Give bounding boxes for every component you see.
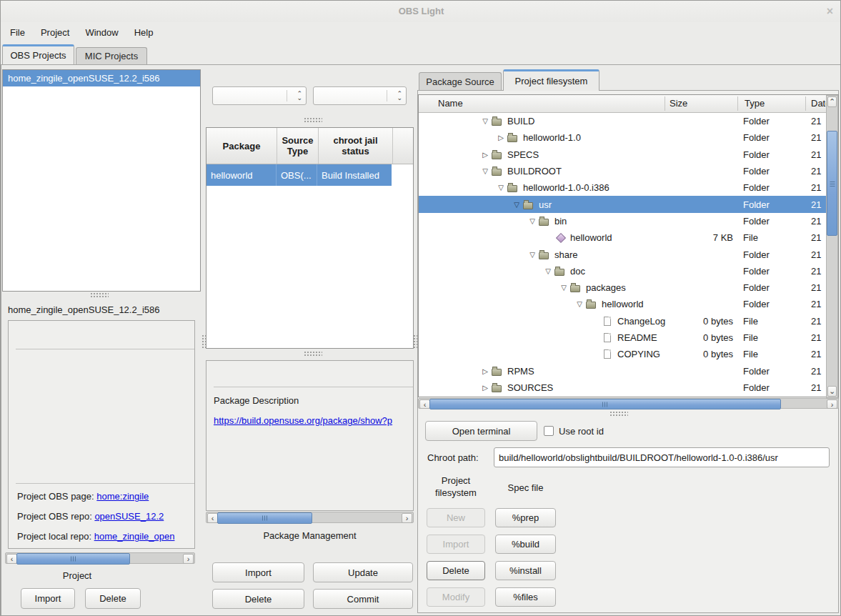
expanded-arrow-icon[interactable]: ▽ (573, 300, 586, 308)
menu-file[interactable]: File (2, 24, 33, 41)
column-separator[interactable] (805, 96, 806, 111)
tree-row[interactable]: ▽helloworld-1.0-0.i386Folder21 (419, 179, 827, 196)
obs-page-link[interactable]: home:zingile (96, 491, 149, 502)
column-separator[interactable] (737, 96, 738, 111)
tree-row[interactable]: ▷SPECSFolder21 (419, 146, 827, 163)
collapsed-arrow-icon[interactable]: ▷ (479, 367, 492, 375)
package-description-link[interactable]: https://build.opensuse.org/package/show?… (214, 415, 413, 426)
column-separator[interactable] (665, 96, 665, 111)
tab-package-source[interactable]: Package Source (419, 72, 502, 91)
scroll-left-icon[interactable]: ‹ (6, 554, 17, 564)
tab-obs-projects[interactable]: OBS Projects (2, 44, 74, 64)
tree-row[interactable]: ▽usrFolder21 (419, 196, 827, 212)
cell-package[interactable]: helloworld (206, 164, 277, 186)
tree-row[interactable]: ▽binFolder21 (419, 213, 827, 229)
spinner-icons[interactable]: ⌃ ⌄ (397, 88, 402, 104)
tree-row[interactable]: ChangeLog0 bytesFile21 (419, 313, 827, 329)
collapsed-arrow-icon[interactable]: ▷ (479, 151, 492, 159)
spec-files-button[interactable]: %files (495, 587, 556, 607)
package-delete-button[interactable]: Delete (212, 589, 304, 609)
close-icon[interactable]: × (827, 5, 833, 18)
tree-row[interactable]: README0 bytesFile21 (419, 329, 827, 346)
project-delete-button[interactable]: Delete (85, 588, 141, 609)
scrollbar-thumb[interactable] (217, 512, 312, 524)
package-filter-combo[interactable]: ⌃ ⌄ (212, 86, 307, 105)
tree-row[interactable]: ▽BUILDFolder21 (419, 113, 827, 129)
tree-row[interactable]: helloworld7 KBFile21 (419, 229, 827, 246)
scroll-left-icon[interactable]: ‹ (419, 399, 430, 409)
fs-import-button[interactable]: Import (427, 535, 485, 554)
local-repo-link[interactable]: home_zingile_open (94, 531, 175, 542)
tree-row[interactable]: ▽BUILDROOTFolder21 (419, 163, 827, 179)
left-panel-hscrollbar[interactable]: ‹ › (5, 552, 195, 564)
scroll-right-icon[interactable]: › (402, 513, 412, 523)
scroll-up-icon[interactable]: ⌃ (827, 96, 837, 107)
scroll-right-icon[interactable]: › (827, 399, 837, 409)
cell-source-type[interactable]: OBS(... (277, 164, 317, 186)
package-commit-button[interactable]: Commit (313, 589, 413, 609)
tree-row[interactable]: COPYING0 bytesFile21 (419, 346, 827, 362)
spec-prep-button[interactable]: %prep (495, 508, 556, 527)
spin-down-icon[interactable]: ⌄ (297, 96, 302, 100)
scroll-down-icon[interactable]: ⌄ (827, 386, 837, 397)
col-chroot-status[interactable]: chroot jail status (319, 128, 393, 164)
fs-modify-button[interactable]: Modify (427, 587, 485, 607)
package-import-button[interactable]: Import (212, 562, 304, 582)
package-update-button[interactable]: Update (313, 562, 413, 582)
collapsed-arrow-icon[interactable]: ▷ (479, 384, 492, 392)
use-root-id-checkbox[interactable] (544, 426, 554, 436)
expanded-arrow-icon[interactable]: ▽ (526, 217, 539, 225)
project-import-button[interactable]: Import (21, 588, 75, 609)
fs-new-button[interactable]: New (427, 508, 485, 527)
scroll-left-icon[interactable]: ‹ (207, 513, 218, 523)
use-root-id-label[interactable]: Use root id (559, 426, 604, 437)
collapsed-arrow-icon[interactable]: ▷ (494, 134, 507, 141)
tab-project-filesystem[interactable]: Project filesystem (503, 69, 599, 91)
col-name[interactable]: Name (438, 98, 463, 109)
cell-chroot-status[interactable]: Build Installed (317, 164, 392, 186)
scroll-right-icon[interactable]: › (183, 554, 194, 564)
tree-row[interactable]: ▽docFolder21 (419, 263, 827, 279)
tree-row[interactable]: ▽helloworldFolder21 (419, 296, 827, 312)
col-size[interactable]: Size (670, 98, 687, 109)
tree-row[interactable]: ▽packagesFolder21 (419, 279, 827, 296)
open-terminal-button[interactable]: Open terminal (425, 421, 537, 441)
expanded-arrow-icon[interactable]: ▽ (526, 251, 539, 259)
col-package[interactable]: Package (206, 128, 277, 164)
col-source-type[interactable]: Source Type (277, 128, 319, 164)
tree-row[interactable]: ▽shareFolder21 (419, 246, 827, 262)
menu-project[interactable]: Project (33, 24, 77, 41)
menu-window[interactable]: Window (77, 24, 126, 41)
tab-mic-projects[interactable]: MIC Projects (76, 47, 147, 64)
project-list[interactable]: home_zingile_openSUSE_12.2_i586 (2, 69, 201, 292)
description-hscrollbar[interactable]: ‹ › (206, 512, 414, 523)
tree-hscrollbar[interactable]: ‹ › (418, 398, 839, 409)
package-filter-combo-2[interactable]: ⌃ ⌄ (313, 86, 407, 105)
splitter-handle[interactable] (304, 117, 322, 122)
expanded-arrow-icon[interactable]: ▽ (479, 117, 492, 125)
spec-install-button[interactable]: %install (495, 561, 556, 580)
expanded-arrow-icon[interactable]: ▽ (494, 184, 507, 192)
tree-row[interactable]: ▷RPMSFolder21 (419, 362, 827, 379)
expanded-arrow-icon[interactable]: ▽ (542, 267, 554, 275)
tree-row[interactable]: ▷helloworld-1.0Folder21 (419, 129, 827, 146)
splitter-handle[interactable] (304, 351, 322, 356)
splitter-handle[interactable] (609, 411, 628, 416)
spin-down-icon[interactable]: ⌄ (397, 96, 402, 100)
col-date[interactable]: Date (811, 98, 827, 109)
col-type[interactable]: Type (745, 98, 765, 109)
splitter-handle[interactable] (90, 292, 109, 297)
tree-row[interactable]: ▷SOURCESFolder21 (419, 379, 827, 396)
scrollbar-thumb[interactable] (429, 399, 781, 409)
obs-repo-link[interactable]: openSUSE_12.2 (94, 511, 164, 522)
expanded-arrow-icon[interactable]: ▽ (557, 284, 570, 292)
chroot-path-input[interactable]: build/helloworld/obslightbuild/BUILDROOT… (494, 447, 830, 467)
menu-help[interactable]: Help (126, 24, 161, 41)
project-list-item[interactable]: home_zingile_openSUSE_12.2_i586 (3, 70, 200, 86)
expanded-arrow-icon[interactable]: ▽ (510, 201, 523, 209)
expanded-arrow-icon[interactable]: ▽ (479, 167, 492, 175)
spinner-icons[interactable]: ⌃ ⌄ (297, 88, 302, 104)
package-row-helloworld[interactable]: helloworld OBS(... Build Installed (206, 164, 392, 186)
scrollbar-thumb[interactable] (16, 553, 130, 565)
spec-build-button[interactable]: %build (495, 535, 556, 554)
